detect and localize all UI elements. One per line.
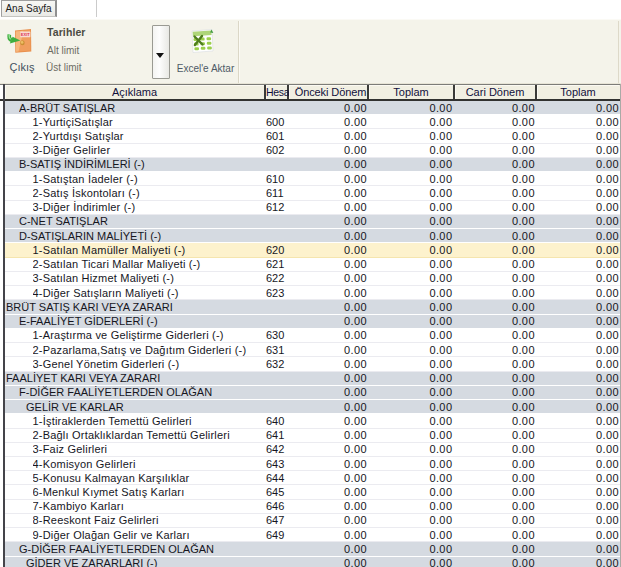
svg-text:EXIT: EXIT (21, 32, 30, 37)
